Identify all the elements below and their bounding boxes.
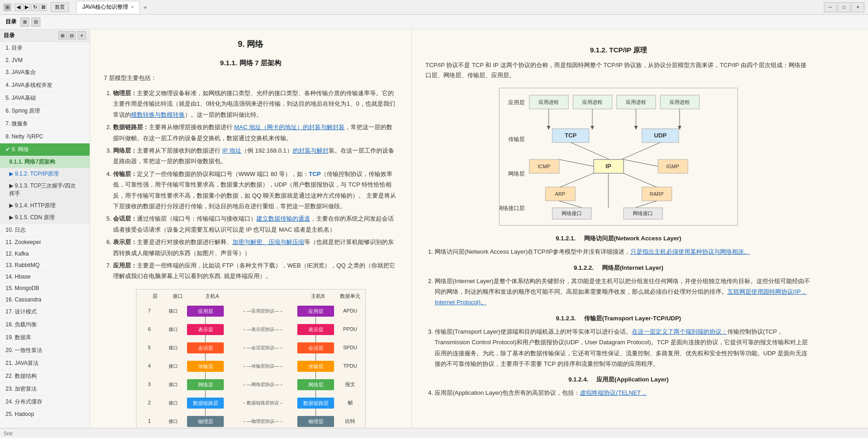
item-922: 网络层(Internet Layer)是整个体系结构的关键部分，其功能是使主机可… — [435, 276, 811, 308]
home-button[interactable]: 首页 — [51, 2, 69, 12]
link-ip[interactable]: IP 地址 — [222, 147, 242, 154]
subsection-924-title: 9.1.2.4. 应用层(Application Layer) — [425, 375, 811, 384]
sidebar-item-mongodb[interactable]: 15. MongoDB — [0, 283, 90, 294]
tab-close-button[interactable]: × — [131, 5, 134, 10]
close-button[interactable]: × — [851, 2, 864, 12]
maximize-button[interactable]: □ — [838, 2, 851, 12]
sidebar-item-network-handshake[interactable]: ▶ 9.1.3. TCP三次握手/四次挥手 — [0, 180, 90, 200]
svg-text:网络接口: 网络接口 — [633, 210, 653, 216]
sidebar-item-spring[interactable]: 6. Spring 原理 — [0, 105, 90, 118]
layer-name-network: 网络层： — [113, 147, 137, 154]
statusbar-text: Snit — [4, 431, 12, 436]
svg-line-112 — [624, 159, 658, 166]
svg-text:传输层: 传输层 — [308, 364, 323, 369]
sidebar-item-network[interactable]: ✔ 9. 网络 — [0, 143, 90, 156]
sidebar-item-crypto[interactable]: 23. 加密算法 — [0, 383, 90, 396]
tabs-bar: JAVA核心知识整理 × + — [76, 1, 151, 13]
forward-button[interactable]: ▶ — [23, 4, 30, 11]
statusbar: Snit — [0, 428, 868, 438]
sidebar-item-hadoop[interactable]: 25. Hadoop — [0, 409, 90, 420]
svg-text:层: 层 — [152, 293, 157, 299]
link-encrypt[interactable]: 加密与解密、压缩与解压缩 — [233, 239, 304, 245]
link-modulation[interactable]: 模数转换与数模转换 — [131, 111, 185, 118]
sidebar-item-network-tcpip[interactable]: ▶ 9.1.2. TCP/IP原理 — [0, 168, 90, 180]
sidebar-item-rabbitmq[interactable]: 13. RabbitMQ — [0, 260, 90, 271]
sidebar-item-cassandra[interactable]: 16. Cassandra — [0, 294, 90, 306]
tcpip-intro: TCP/IP 协议不是 TCP 和 IP 这两个协议的合称，而是指因特网整个 T… — [425, 60, 811, 80]
svg-text:TPDU: TPDU — [343, 363, 357, 369]
link-encap[interactable]: 的封装与解封 — [293, 147, 329, 154]
content-inner: 9. 网络 9.1.1. 网络 7 层架构 7 层模型主要包括： 物理层：主要定… — [90, 29, 848, 428]
sidebar-item-hbase[interactable]: 14. Hbase — [0, 271, 90, 283]
sidebar-list: 1. 目录 2. JVM 3. JAVA集合 4. JAVA多线程并发 5. J… — [0, 42, 90, 428]
link-session[interactable]: 建立数据传输的通道 — [256, 215, 310, 222]
sidebar-item-kafka[interactable]: 12. Kafka — [0, 248, 90, 260]
sidebar-item-network-7layer[interactable]: 9.1.1. 网络7层架构 — [0, 156, 90, 168]
sidebar-item-jvm[interactable]: 2. JVM — [0, 55, 90, 66]
sidebar-item-data-structure[interactable]: 22. 数据结构 — [0, 370, 90, 383]
link-923[interactable]: 在这一层定义了两个端到端的协议： — [632, 328, 727, 335]
refresh-button[interactable]: ↻ — [31, 4, 39, 11]
sidebar-item-toc[interactable]: 1. 目录 — [0, 42, 90, 55]
layer-item-network: 网络层：主要将从下层接收到的数据进行 IP 地址（例 192.168.0.1）的… — [113, 145, 397, 167]
svg-text:接口: 接口 — [173, 293, 183, 299]
layer-name-datalink: 数据链路层： — [113, 124, 149, 131]
sidebar-item-zookeeper[interactable]: 11. Zookeeper — [0, 237, 90, 248]
sidebar-close-btn[interactable]: × — [78, 31, 86, 40]
svg-text:RARP: RARP — [650, 191, 664, 197]
svg-text:帧: 帧 — [347, 400, 352, 405]
stop-button[interactable]: ⊠ — [40, 4, 47, 11]
svg-text:4: 4 — [148, 363, 151, 369]
active-tab[interactable]: JAVA核心知识整理 × — [76, 1, 140, 13]
minimize-button[interactable]: ─ — [824, 2, 837, 12]
svg-text:接口: 接口 — [169, 345, 178, 350]
subsection-title-left: 9.1.1. 网络 7 层架构 — [104, 59, 397, 68]
sidebar-item-consensus[interactable]: 20. 一致性算法 — [0, 344, 90, 357]
content-area[interactable]: 9. 网络 9.1.1. 网络 7 层架构 7 层模型主要包括： 物理层：主要定… — [90, 29, 868, 428]
collapse-button[interactable]: ⊟ — [31, 17, 40, 27]
svg-text:物理层: 物理层 — [198, 419, 213, 424]
sidebar-item-log[interactable]: 10. 日志 — [0, 224, 90, 237]
sidebar-item-java-concurrent[interactable]: 4. JAVA多线程并发 — [0, 79, 90, 92]
link-mac[interactable]: MAC 地址（网卡的地址）的封装与解封装 — [234, 124, 345, 131]
svg-line-111 — [559, 159, 594, 166]
sidebar-item-java-basic[interactable]: 5. JAVA基础 — [0, 92, 90, 105]
sidebar-expand-btn[interactable]: ⊞ — [58, 31, 67, 40]
sidebar-item-network-http[interactable]: ▶ 9.1.4. HTTP原理 — [0, 200, 90, 212]
sidebar-item-java-collection[interactable]: 3. JAVA集合 — [0, 66, 90, 79]
link-924[interactable]: 虚拟终端协议(TELNET， — [580, 389, 647, 396]
sidebar-item-java-algorithm[interactable]: 21. JAVA算法 — [0, 357, 90, 370]
svg-text:应用层: 应用层 — [198, 308, 213, 314]
sidebar-item-network-cdn[interactable]: ▶ 9.1.5. CDN 原理 — [0, 212, 90, 224]
window-icon: ⊞ — [4, 4, 11, 11]
sidebar-item-netty[interactable]: 8. Netty 与RPC — [0, 131, 90, 143]
back-button[interactable]: ◀ — [15, 4, 22, 11]
item-923: 传输层(Tramsport Layer)使源端和目的端机器上的对等实体可以进行会… — [435, 326, 811, 370]
subsection-923-title: 9.1.2.3. 传输层(Tramsport Layer-TCP/UDP) — [425, 314, 811, 323]
svg-text:2: 2 — [148, 400, 151, 405]
sidebar-item-loadbalance[interactable]: 18. 负载均衡 — [0, 319, 90, 331]
svg-text:会话层: 会话层 — [198, 345, 213, 351]
link-921[interactable]: 只是指出主机必须使用某种协议与网络相连。 — [630, 248, 750, 255]
titlebar: ⊞ ◀ ▶ ↻ ⊠ 首页 JAVA核心知识整理 × + ─ □ × — [0, 0, 868, 15]
svg-text:应用层: 应用层 — [308, 308, 323, 314]
expand-button[interactable]: ⊞ — [20, 17, 29, 27]
svg-text:SPDU: SPDU — [343, 345, 357, 350]
layer-item-transport: 传输层：定义了一些传输数据的协议和端口号（WWW 端口 80 等），如：TCP（… — [113, 169, 397, 212]
sidebar-item-dist-cache[interactable]: 24. 分布式缓存 — [0, 396, 90, 409]
link-922[interactable]: 互联网层使用因特网协议(IP，Internet Protocol)。 — [435, 288, 807, 306]
svg-text:应用进程: 应用进程 — [669, 99, 690, 105]
layer-name-physical: 物理层： — [113, 90, 137, 97]
svg-text:表示层: 表示层 — [198, 327, 213, 332]
svg-text:7: 7 — [148, 308, 151, 313]
intro-text-left: 7 层模型主要包括： — [104, 73, 397, 83]
svg-text:←—传输层协议—→: ←—传输层协议—→ — [242, 364, 284, 369]
sidebar-collapse-btn[interactable]: ⊟ — [68, 31, 76, 40]
svg-text:主机B: 主机B — [311, 293, 324, 299]
new-tab-button[interactable]: + — [140, 2, 151, 13]
sidebar-item-design-pattern[interactable]: 17. 设计模式 — [0, 306, 90, 319]
svg-text:ICMP: ICMP — [538, 164, 550, 169]
sidebar-item-microservice[interactable]: 7. 微服务 — [0, 118, 90, 131]
svg-text:接口: 接口 — [169, 419, 178, 424]
sidebar-item-database[interactable]: 19. 数据库 — [0, 331, 90, 344]
